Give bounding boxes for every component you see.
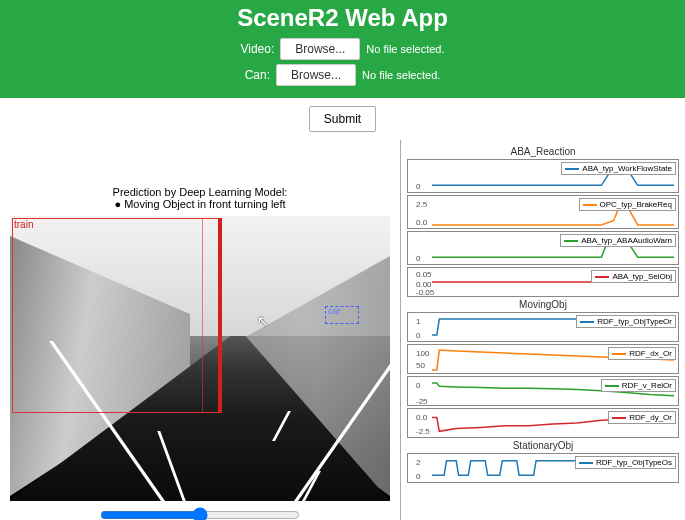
- prediction-bullet: ● Moving Object in front turning left: [8, 198, 392, 210]
- plot-workflow: 0 ABA_typ_WorkFlowState: [407, 159, 679, 193]
- legend-text: RDF_v_RelOr: [622, 381, 672, 390]
- plot-vrelor: 0 -25 RDF_v_RelOr: [407, 376, 679, 406]
- bbox-train-label: train: [14, 219, 33, 230]
- plot-dxor: 100 50 RDF_dx_Or: [407, 344, 679, 374]
- legend-line-icon: [605, 385, 619, 387]
- legend-line-icon: [565, 168, 579, 170]
- legend-dyor: RDF_dy_Or: [608, 411, 676, 424]
- legend-line-icon: [612, 353, 626, 355]
- ytick: 0.0: [416, 413, 427, 422]
- ytick: 2: [416, 458, 420, 467]
- ytick: 0.05: [416, 270, 432, 279]
- ytick: 100: [416, 349, 429, 358]
- plots-panel: ABA_Reaction 0 ABA_typ_WorkFlowState 2.5…: [400, 140, 685, 520]
- legend-audiowarn: ABA_typ_ABAAudioWarn: [560, 234, 676, 247]
- ytick: 50: [416, 361, 425, 370]
- bbox-car-label: car: [328, 306, 341, 316]
- left-panel: Prediction by Deep Learning Model: ● Mov…: [0, 140, 400, 520]
- legend-text: RDF_dy_Or: [629, 413, 672, 422]
- legend-brakereq: OPC_typ_BrakeReq: [579, 198, 676, 211]
- legend-objtypeor: RDF_typ_ObjTypeOr: [576, 315, 676, 328]
- legend-text: RDF_dx_Or: [629, 349, 672, 358]
- section-moving-title: MovingObj: [407, 299, 679, 310]
- submit-button[interactable]: Submit: [309, 106, 376, 132]
- bbox-train: [12, 218, 222, 413]
- plot-audiowarn: 0 ABA_typ_ABAAudioWarn: [407, 231, 679, 265]
- legend-text: OPC_typ_BrakeReq: [600, 200, 672, 209]
- can-label: Can:: [245, 68, 270, 82]
- ytick: 0: [416, 331, 420, 340]
- can-upload-row: Can: Browse... No file selected.: [0, 64, 685, 86]
- section-aba-title: ABA_Reaction: [407, 146, 679, 157]
- video-scrub-slider[interactable]: [100, 507, 300, 520]
- legend-text: RDF_typ_ObjTypeOs: [596, 458, 672, 467]
- legend-workflow: ABA_typ_WorkFlowState: [561, 162, 676, 175]
- prediction-block: Prediction by Deep Learning Model: ● Mov…: [8, 186, 392, 210]
- legend-selobj: ABA_typ_SelObj: [591, 270, 676, 283]
- can-nofile-text: No file selected.: [362, 69, 440, 81]
- ytick: 1: [416, 317, 420, 326]
- legend-text: RDF_typ_ObjTypeOr: [597, 317, 672, 326]
- legend-line-icon: [612, 417, 626, 419]
- plot-brakereq: 2.5 0.0 OPC_typ_BrakeReq: [407, 195, 679, 229]
- plot-objtypeor: 1 0 RDF_typ_ObjTypeOr: [407, 312, 679, 342]
- legend-vrelor: RDF_v_RelOr: [601, 379, 676, 392]
- legend-line-icon: [564, 240, 578, 242]
- main-area: Prediction by Deep Learning Model: ● Mov…: [0, 140, 685, 520]
- legend-line-icon: [580, 321, 594, 323]
- ytick: -2.5: [416, 427, 430, 436]
- ytick: 0: [416, 182, 420, 191]
- video-browse-button[interactable]: Browse...: [280, 38, 360, 60]
- section-stationary-title: StationaryObj: [407, 440, 679, 451]
- ytick: 0: [416, 381, 420, 390]
- submit-row: Submit: [0, 98, 685, 140]
- video-label: Video:: [240, 42, 274, 56]
- video-upload-row: Video: Browse... No file selected.: [0, 38, 685, 60]
- legend-line-icon: [579, 462, 593, 464]
- legend-line-icon: [583, 204, 597, 206]
- video-nofile-text: No file selected.: [366, 43, 444, 55]
- legend-text: ABA_typ_ABAAudioWarn: [581, 236, 672, 245]
- ytick: -0.05: [416, 288, 434, 297]
- legend-objtypeos: RDF_typ_ObjTypeOs: [575, 456, 676, 469]
- ytick: -25: [416, 397, 428, 406]
- legend-text: ABA_typ_WorkFlowState: [582, 164, 672, 173]
- app-header: SceneR2 Web App Video: Browse... No file…: [0, 0, 685, 98]
- video-frame: train car ↖: [10, 216, 390, 501]
- ytick: 0.0: [416, 218, 427, 227]
- can-browse-button[interactable]: Browse...: [276, 64, 356, 86]
- legend-text: ABA_typ_SelObj: [612, 272, 672, 281]
- plot-objtypeos: 2 0 RDF_typ_ObjTypeOs: [407, 453, 679, 483]
- ytick: 2.5: [416, 200, 427, 209]
- prediction-heading: Prediction by Deep Learning Model:: [8, 186, 392, 198]
- plot-dyor: 0.0 -2.5 RDF_dy_Or: [407, 408, 679, 438]
- legend-line-icon: [595, 276, 609, 278]
- video-slider-area: [100, 507, 300, 520]
- plot-selobj: 0.05 0.00 -0.05 ABA_typ_SelObj: [407, 267, 679, 297]
- app-title: SceneR2 Web App: [0, 4, 685, 32]
- ytick: 0: [416, 254, 420, 263]
- legend-dxor: RDF_dx_Or: [608, 347, 676, 360]
- ytick: 0: [416, 472, 420, 481]
